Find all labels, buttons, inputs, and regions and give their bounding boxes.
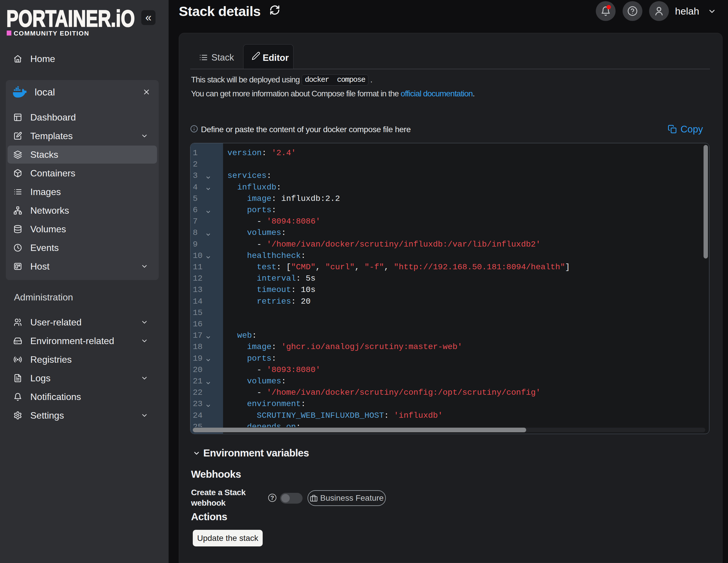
svg-text:PORTAINER.iO: PORTAINER.iO bbox=[6, 8, 135, 31]
